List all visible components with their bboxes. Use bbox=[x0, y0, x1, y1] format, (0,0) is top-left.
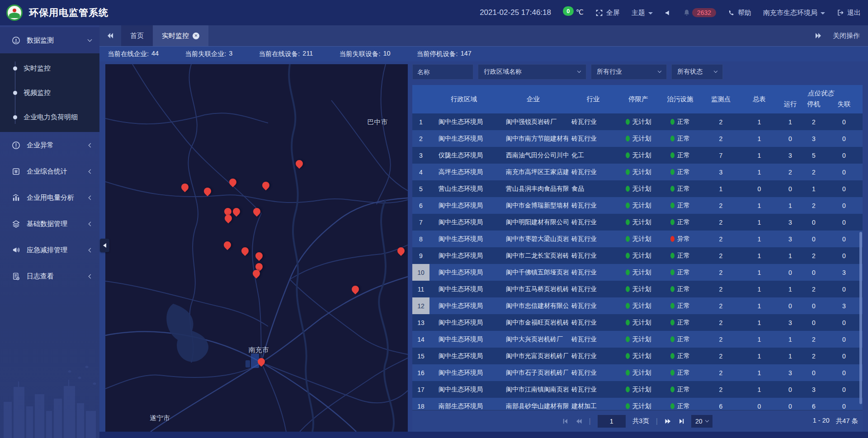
region-filter-select[interactable]: 行政区域名称 bbox=[478, 64, 586, 80]
sidebar-item-company-statistics[interactable]: 企业综合统计 bbox=[0, 158, 99, 184]
cell-points: 2 bbox=[702, 197, 740, 214]
sidebar-item-power-load-detail[interactable]: 企业电力负荷明细 bbox=[0, 105, 99, 129]
sidebar-item-data-monitoring[interactable]: 数据监测 bbox=[0, 27, 99, 53]
cell-row-number: 5 bbox=[412, 180, 429, 197]
status-dot bbox=[626, 370, 630, 376]
table-row[interactable]: 1阆中生态环境局阆中强锐页岩砖厂砖瓦行业无计划正常21120 bbox=[412, 113, 863, 130]
last-page-button[interactable] bbox=[678, 418, 684, 424]
prev-page-button[interactable] bbox=[576, 418, 582, 424]
cell-points: 2 bbox=[702, 281, 740, 297]
table-row[interactable]: 5营山生态环境局营山县润丰肉食品有限食品无计划正常10010 bbox=[412, 180, 863, 197]
cell-lost: 3 bbox=[826, 264, 863, 281]
status-dot bbox=[626, 169, 630, 175]
status-dot bbox=[670, 353, 675, 359]
collapse-arrow-icon bbox=[103, 243, 106, 248]
table-row[interactable]: 16阆中生态环境局阆中市石子页岩机砖厂砖瓦行业无计划正常21300 bbox=[412, 364, 863, 381]
sidebar-item-power-analysis[interactable]: 企业用电量分析 bbox=[0, 184, 99, 211]
region-filter-value: 行政区域名称 bbox=[484, 68, 522, 76]
layout: 数据监测 实时监控 视频监控 企业电力负荷明细 企业异常 bbox=[0, 25, 868, 438]
sidebar-item-realtime-monitoring[interactable]: 实时监控 bbox=[0, 56, 99, 80]
map-collapse-button[interactable] bbox=[100, 239, 109, 252]
table-scrollbar[interactable] bbox=[859, 113, 863, 410]
page-input[interactable]: 1 bbox=[598, 415, 626, 428]
table-row[interactable]: 6阆中生态环境局阆中市金博瑞新型墙材砖瓦行业无计划正常21120 bbox=[412, 197, 863, 214]
cell-industry: 砖瓦行业 bbox=[568, 297, 618, 314]
tabs-scroll-right-button[interactable] bbox=[807, 25, 829, 46]
table-row[interactable]: 11阆中生态环境局阆中市五马桥页岩机砖砖瓦行业无计划正常21120 bbox=[412, 281, 863, 297]
scrollbar-thumb[interactable] bbox=[859, 232, 862, 404]
cell-meters: 1 bbox=[740, 297, 778, 314]
logout-label: 退出 bbox=[847, 9, 861, 17]
app-screen: 环保用电监管系统 2021-02-25 17:46:18 0 ℃ 全屏 主题 2… bbox=[0, 0, 868, 438]
cell-stop: 2 bbox=[802, 331, 826, 348]
cell-facility-status: 正常 bbox=[659, 130, 702, 147]
table-row[interactable]: 17阆中生态环境局阆中市江南镇阆南页岩砖瓦行业无计划正常21030 bbox=[412, 381, 863, 398]
logout-button[interactable]: 退出 bbox=[837, 9, 861, 17]
cell-region: 仪陇生态环境局 bbox=[429, 147, 498, 164]
table-row[interactable]: 12阆中生态环境局阆中市忠信建材有限公砖瓦行业无计划正常21003 bbox=[412, 297, 863, 314]
cell-industry: 砖瓦行业 bbox=[568, 348, 618, 364]
cell-facility-status: 正常 bbox=[659, 247, 702, 264]
fullscreen-button[interactable]: 全屏 bbox=[595, 9, 620, 17]
name-filter-input[interactable] bbox=[412, 64, 473, 80]
sidebar-item-company-anomaly[interactable]: 企业异常 bbox=[0, 132, 99, 158]
stat-online-devices: 当前在线设备:211 bbox=[259, 50, 313, 58]
header-region: 行政区域 bbox=[429, 85, 498, 113]
cell-region: 南部生态环境局 bbox=[429, 398, 498, 410]
cell-row-number: 4 bbox=[412, 164, 429, 180]
cell-limit-status: 无计划 bbox=[618, 197, 659, 214]
cell-region: 阆中生态环境局 bbox=[429, 247, 498, 264]
table-row[interactable]: 10阆中生态环境局阆中千佛镇五郎垭页岩砖瓦行业无计划正常21003 bbox=[412, 264, 863, 281]
status-dot bbox=[626, 386, 630, 392]
first-page-icon bbox=[562, 418, 569, 424]
status-filter-select[interactable]: 所有状态 bbox=[671, 64, 723, 80]
table-row[interactable]: 7阆中生态环境局阆中明阳建材有限公司砖瓦行业无计划正常21300 bbox=[412, 214, 863, 231]
table-row[interactable]: 18南部生态环境局南部县砂华山建材有限公建材加工无计划正常60060 bbox=[412, 398, 863, 410]
cell-row-number: 14 bbox=[412, 331, 429, 348]
cell-industry: 砖瓦行业 bbox=[568, 130, 618, 147]
sidebar-item-log-view[interactable]: 日志查看 bbox=[0, 263, 99, 289]
status-dot bbox=[626, 152, 630, 158]
sidebar-item-emergency-reduction[interactable]: 应急减排管理 bbox=[0, 237, 99, 263]
page-size-select[interactable]: 20 bbox=[691, 415, 713, 428]
notifications-button[interactable]: 2632 bbox=[683, 8, 716, 17]
cell-facility-status: 正常 bbox=[659, 364, 702, 381]
map-panel[interactable]: 巴中市南充市遂宁市 bbox=[105, 64, 408, 432]
temperature-badge: 0 bbox=[563, 6, 574, 16]
table-row[interactable]: 9阆中生态环境局阆中市二龙长宝页岩砖砖瓦行业无计划正常21120 bbox=[412, 247, 863, 264]
cell-lost: 0 bbox=[826, 130, 863, 147]
help-button[interactable]: 帮助 bbox=[728, 9, 751, 17]
org-menu[interactable]: 南充市生态环境局 bbox=[763, 9, 825, 17]
cell-run: 1 bbox=[778, 113, 802, 130]
close-operations-button[interactable]: 关闭操作 bbox=[829, 25, 868, 46]
sidebar-item-base-data[interactable]: 基础数据管理 bbox=[0, 211, 99, 237]
first-page-button[interactable] bbox=[562, 418, 569, 424]
sidebar-item-label: 企业异常 bbox=[27, 141, 83, 150]
layers-icon bbox=[12, 220, 20, 228]
tab-realtime-monitoring[interactable]: 实时监控 ✕ bbox=[153, 25, 208, 46]
table-row[interactable]: 14阆中生态环境局阆中大兴页岩机砖厂砖瓦行业无计划正常21120 bbox=[412, 331, 863, 348]
cell-facility-status: 异常 bbox=[659, 231, 702, 247]
tab-close-icon[interactable]: ✕ bbox=[193, 33, 199, 39]
sidebar-item-label: 日志查看 bbox=[27, 272, 83, 281]
tabs-scroll-left-button[interactable] bbox=[99, 25, 121, 46]
table-row[interactable]: 15阆中生态环境局阆中市光富页岩机砖厂砖瓦行业无计划正常21120 bbox=[412, 348, 863, 364]
sidebar-item-video-monitoring[interactable]: 视频监控 bbox=[0, 80, 99, 105]
header-points: 监测点 bbox=[702, 85, 740, 113]
industry-filter-select[interactable]: 所有行业 bbox=[591, 64, 667, 80]
next-page-button[interactable] bbox=[665, 418, 671, 424]
table-row[interactable]: 8阆中生态环境局阆中市枣碧大梁山页岩砖瓦行业无计划异常21300 bbox=[412, 231, 863, 247]
theme-menu[interactable]: 主题 bbox=[632, 9, 653, 17]
stat-lost-devices: 当前失联设备:10 bbox=[339, 50, 390, 58]
table-row[interactable]: 2阆中生态环境局阆中市南方节能建材有砖瓦行业无计划正常21030 bbox=[412, 130, 863, 147]
bullet-icon bbox=[13, 115, 17, 119]
cell-company: 阆中明阳建材有限公司 bbox=[498, 214, 568, 231]
cell-industry: 砖瓦行业 bbox=[568, 164, 618, 180]
table-row[interactable]: 4高坪生态环境局南充市高坪区王家店建砖瓦行业无计划正常31220 bbox=[412, 164, 863, 180]
cell-facility-status: 正常 bbox=[659, 281, 702, 297]
tab-home[interactable]: 首页 bbox=[121, 25, 153, 46]
table-row[interactable]: 3仪陇生态环境局西南油气田分公司川中化工无计划正常71350 bbox=[412, 147, 863, 164]
mute-button[interactable] bbox=[665, 9, 671, 16]
cell-limit-status: 无计划 bbox=[618, 398, 659, 410]
table-row[interactable]: 13阆中生态环境局阆中市金福旺页岩机砖砖瓦行业无计划正常21300 bbox=[412, 314, 863, 331]
